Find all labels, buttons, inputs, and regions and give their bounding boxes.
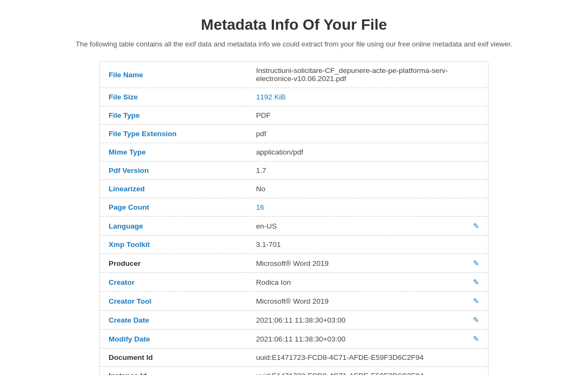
table-row: File Type Extensionpdf [100,125,488,143]
table-row: File TypePDF [100,106,488,125]
edit-icon[interactable]: ✎ [473,334,479,343]
row-label: Create Date [100,311,248,330]
page-subtitle: The following table contains all the exi… [11,40,577,48]
table-row: LinearizedNo [100,180,488,198]
page-title: Metadata Info Of Your File [11,16,577,34]
table-row: ProducerMicrosoft® Word 2019✎ [100,254,488,273]
row-value[interactable]: 2021:06:11 11:38:30+03:00✎ [248,330,488,349]
row-label: Linearized [100,180,248,198]
row-value: uuid:E1471723-FCD8-4C71-AFDE-E59F3D6C2F9… [248,367,488,376]
table-row: Modify Date2021:06:11 11:38:30+03:00✎ [100,330,488,349]
edit-icon[interactable]: ✎ [473,316,479,324]
row-label: Pdf Version [100,162,248,180]
table-row: CreatorRodica Ion✎ [100,273,488,292]
table-row: Create Date2021:06:11 11:38:30+03:00✎ [100,311,488,330]
row-value[interactable]: Microsoft® Word 2019✎ [248,254,488,273]
row-label: File Type Extension [100,125,248,143]
table-row: Creator ToolMicrosoft® Word 2019✎ [100,292,488,311]
row-value: 1192 KiB [248,88,488,106]
table-row: Pdf Version1.7 [100,162,488,180]
table-row: Document Iduuid:E1471723-FCD8-4C71-AFDE-… [100,349,488,367]
row-label: File Size [100,88,248,106]
row-label: File Name [100,62,248,88]
row-value: No [248,180,488,198]
row-value: 16 [248,198,488,217]
edit-icon[interactable]: ✎ [473,278,479,286]
table-row: File NameInstructiuni-solicitare-CF_depu… [100,62,488,88]
table-row: Languageen-US✎ [100,217,488,236]
edit-icon[interactable]: ✎ [473,297,479,305]
row-value: 1.7 [248,162,488,180]
row-value[interactable]: Microsoft® Word 2019✎ [248,292,488,311]
edit-icon[interactable]: ✎ [473,259,479,267]
row-label: Xmp Toolkit [100,236,248,254]
metadata-table-container: File NameInstructiuni-solicitare-CF_depu… [99,61,489,375]
table-row: Mime Typeapplication/pdf [100,143,488,162]
table-row: File Size1192 KiB [100,88,488,106]
row-label: Page Count [100,198,248,217]
row-label: Creator Tool [100,292,248,311]
row-label: Instance Id [100,367,248,376]
row-value: uuid:E1471723-FCD8-4C71-AFDE-E59F3D6C2F9… [248,349,488,367]
row-label: Creator [100,273,248,292]
row-label: Document Id [100,349,248,367]
metadata-table: File NameInstructiuni-solicitare-CF_depu… [100,62,488,375]
row-label: Modify Date [100,330,248,349]
edit-icon[interactable]: ✎ [473,222,479,230]
row-label: Mime Type [100,143,248,162]
row-value[interactable]: 2021:06:11 11:38:30+03:00✎ [248,311,488,330]
table-row: Xmp Toolkit3.1-701 [100,236,488,254]
row-value: 3.1-701 [248,236,488,254]
row-value: Instructiuni-solicitare-CF_depunere-acte… [248,62,488,88]
row-value[interactable]: Rodica Ion✎ [248,273,488,292]
row-value: pdf [248,125,488,143]
row-label: Language [100,217,248,236]
row-value[interactable]: en-US✎ [248,217,488,236]
row-value: application/pdf [248,143,488,162]
row-value: PDF [248,106,488,125]
row-label: Producer [100,254,248,273]
row-label: File Type [100,106,248,125]
table-row: Instance Iduuid:E1471723-FCD8-4C71-AFDE-… [100,367,488,376]
table-row: Page Count16 [100,198,488,217]
